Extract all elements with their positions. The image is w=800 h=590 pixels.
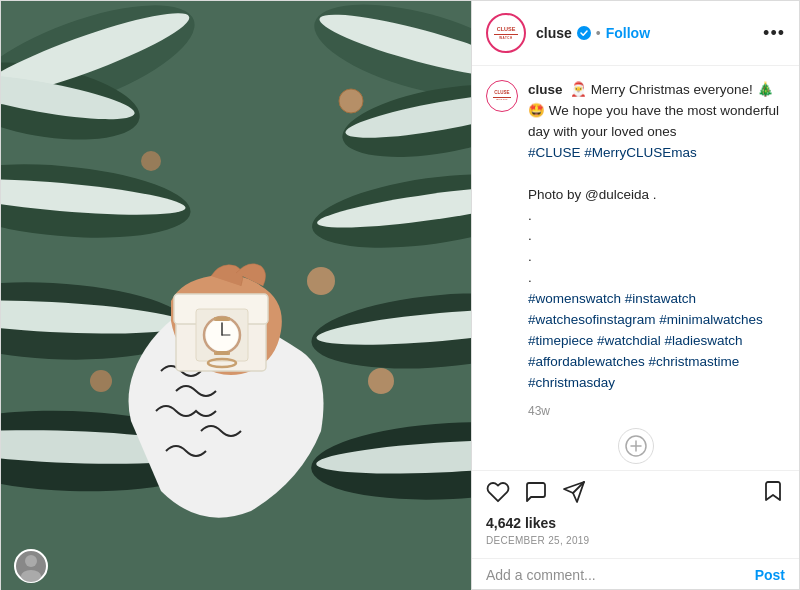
- caption-username[interactable]: cluse: [528, 82, 563, 97]
- add-emoji-button[interactable]: [618, 428, 654, 464]
- post-comment-button[interactable]: Post: [755, 567, 785, 583]
- follow-button[interactable]: Follow: [606, 25, 650, 41]
- svg-point-43: [21, 570, 41, 582]
- caption-timestamp: 43w: [528, 404, 785, 418]
- post-image: [1, 1, 471, 590]
- comment-input[interactable]: [486, 567, 755, 583]
- svg-point-44: [577, 26, 591, 40]
- separator-dot: •: [596, 26, 601, 40]
- like-button[interactable]: [486, 480, 510, 508]
- share-button[interactable]: [562, 480, 586, 508]
- caption-body: cluse 🎅 Merry Christmas everyone! 🎄 🤩 We…: [528, 80, 785, 418]
- header-info: cluse • Follow: [536, 25, 753, 41]
- svg-point-25: [368, 368, 394, 394]
- verified-icon: [577, 26, 591, 40]
- post-actions: 4,642 likes December 25, 2019: [472, 470, 799, 558]
- avatar-logo-text: CLUSE: [497, 26, 516, 32]
- svg-rect-34: [214, 317, 230, 321]
- caption-avatar: CLUSE WATCH: [486, 80, 518, 112]
- svg-point-42: [25, 555, 37, 567]
- instagram-post: CLUSE WATCH cluse • Follow •••: [0, 0, 800, 590]
- post-caption-area: CLUSE WATCH cluse 🎅 Merry Christmas ever…: [472, 66, 799, 470]
- caption-text: cluse 🎅 Merry Christmas everyone! 🎄 🤩 We…: [528, 80, 785, 394]
- post-right-panel: CLUSE WATCH cluse • Follow •••: [471, 1, 799, 590]
- svg-point-23: [307, 267, 335, 295]
- comment-input-row: Post: [472, 558, 799, 590]
- bookmark-button[interactable]: [761, 479, 785, 509]
- svg-point-24: [90, 370, 112, 392]
- comment-button[interactable]: [524, 480, 548, 508]
- caption-hashtags: #womenswatch #instawatch #watchesofinsta…: [528, 291, 763, 390]
- likes-count: 4,642 likes: [486, 515, 785, 531]
- post-header: CLUSE WATCH cluse • Follow •••: [472, 1, 799, 66]
- avatar-subtext: WATCH: [499, 36, 512, 40]
- svg-rect-35: [214, 351, 230, 355]
- svg-point-26: [141, 151, 161, 171]
- post-username[interactable]: cluse: [536, 25, 572, 41]
- action-icons-row: [486, 479, 785, 509]
- caption-main-hashtags: #CLUSE #MerryCLUSEmas: [528, 145, 697, 160]
- more-options-button[interactable]: •••: [763, 23, 785, 44]
- header-avatar[interactable]: CLUSE WATCH: [486, 13, 526, 53]
- caption-row: CLUSE WATCH cluse 🎅 Merry Christmas ever…: [486, 80, 785, 418]
- caption-avatar-logo: CLUSE: [494, 91, 509, 96]
- post-date: December 25, 2019: [486, 535, 785, 546]
